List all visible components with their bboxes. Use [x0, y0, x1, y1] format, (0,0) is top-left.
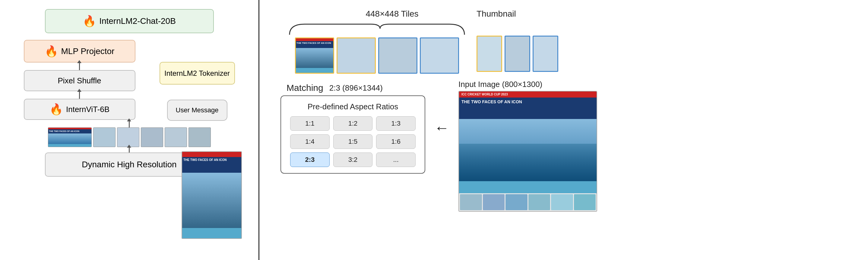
ratio-1-6[interactable]: 1:6	[376, 134, 415, 149]
right-panel: 448×448 Tiles THE TWO FACES OF AN ICO	[259, 0, 868, 260]
tokenizer-box: InternLM2 Tokenizer	[159, 62, 235, 85]
thumbnail-tiles-row	[476, 36, 558, 72]
big-magazine-image: THE TWO FACES OF AN ICON	[182, 151, 242, 239]
ratio-1-3[interactable]: 1:3	[376, 116, 415, 131]
fire-icon-mlp: 🔥	[44, 45, 58, 58]
pixel-box: Pixel Shuffle	[24, 70, 135, 91]
tile-5	[188, 127, 211, 147]
tile-0: THE TWO FACES OF AN ICON	[295, 37, 334, 74]
left-panel: 🔥 InternLM2-Chat-20B 🔥 MLP Projector	[0, 0, 259, 260]
ratio-2-3[interactable]: 2:3	[290, 152, 330, 167]
tile-3-right	[420, 37, 459, 74]
ratio-1-1[interactable]: 1:1	[290, 116, 330, 131]
ratio-grid: 1:1 1:2 1:3 1:4 1:5 1:6 2:3 3:2 ...	[290, 116, 415, 167]
curly-brace-svg	[286, 21, 467, 36]
thumb-0	[476, 36, 502, 72]
ratio-ellipsis: ...	[376, 152, 415, 167]
thumb-2	[533, 36, 558, 72]
tile-1	[93, 127, 116, 147]
tiles-row: THE TWO FACES OF AN ICON	[286, 21, 467, 74]
thumbnail-label: Thumbnail	[476, 9, 516, 19]
input-image-label: Input Image (800×1300)	[459, 80, 542, 89]
tile-1-right	[337, 37, 376, 74]
tile-2	[117, 127, 140, 147]
mlp-label: MLP Projector	[61, 47, 115, 56]
ratio-1-5[interactable]: 1:5	[333, 134, 373, 149]
matching-label: Matching	[286, 83, 323, 93]
pixel-label: Pixel Shuffle	[58, 76, 101, 85]
user-msg-box: User Message	[167, 100, 227, 121]
input-image-large: ICC CRICKET WORLD CUP 2023 THE TWO FACES…	[459, 91, 597, 212]
llm-label: InternLM2-Chat-20B	[99, 16, 176, 26]
tile-3	[141, 127, 163, 147]
image-tiles-strip: THE TWO FACES OF AN ICON	[48, 127, 211, 147]
dhr-label: Dynamic High Resolution	[82, 160, 177, 169]
ratio-1-2[interactable]: 1:2	[333, 116, 373, 131]
thumb-1	[504, 36, 530, 72]
user-msg-label: User Message	[176, 106, 219, 114]
tile-4	[165, 127, 187, 147]
matching-ratio: 2:3 (896×1344)	[329, 83, 383, 93]
ratio-3-2[interactable]: 3:2	[333, 152, 373, 167]
internvit-label: InternViT-6B	[66, 105, 110, 114]
fire-icon-vit: 🔥	[50, 103, 63, 116]
aspect-ratio-box: Pre-defined Aspect Ratios 1:1 1:2 1:3 1:…	[280, 95, 425, 174]
internvit-box: 🔥 InternViT-6B	[24, 99, 135, 120]
tiles-label: 448×448 Tiles	[366, 9, 418, 19]
aspect-ratio-title: Pre-defined Aspect Ratios	[290, 102, 415, 111]
mlp-box: 🔥 MLP Projector	[24, 40, 135, 62]
arrow-to-input: ←	[434, 119, 450, 137]
tile-large: THE TWO FACES OF AN ICON	[48, 127, 92, 147]
tokenizer-label: InternLM2 Tokenizer	[164, 69, 230, 78]
ratio-1-4[interactable]: 1:4	[290, 134, 330, 149]
llm-box: 🔥 InternLM2-Chat-20B	[45, 9, 214, 33]
fire-icon-llm: 🔥	[83, 15, 96, 27]
tile-2-right	[378, 37, 417, 74]
